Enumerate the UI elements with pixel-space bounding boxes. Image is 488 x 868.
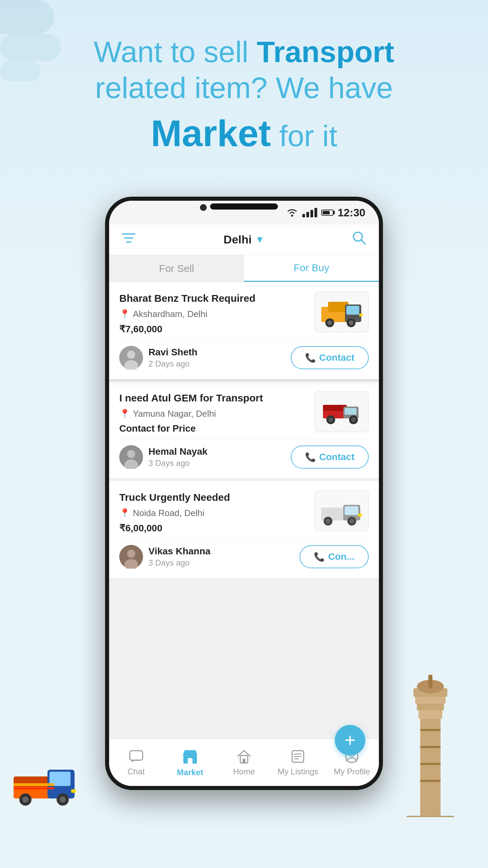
listing-price-2: Contact for Price: [119, 423, 308, 434]
chat-icon: [128, 749, 144, 764]
listing-info-2: I need Atul GEM for Transport 📍 Yamuna N…: [119, 391, 314, 434]
nav-market[interactable]: Market: [163, 748, 217, 777]
svg-rect-68: [428, 675, 432, 688]
svg-point-58: [60, 796, 66, 803]
tab-for-sell-label: For Sell: [159, 263, 194, 274]
seller-name-3: Vikas Khanna: [148, 546, 210, 557]
dropdown-arrow-icon: ▼: [255, 234, 265, 245]
listing-footer-1: Ravi Sheth 2 Days ago 📞 Contact: [119, 340, 369, 370]
contact-button-3[interactable]: 📞 Con...: [300, 545, 369, 568]
status-time: 12:30: [338, 206, 365, 219]
nav-market-label: Market: [177, 768, 203, 777]
svg-rect-36: [358, 514, 362, 516]
listing-image-3: [314, 491, 369, 531]
truck-image-3: [318, 494, 365, 528]
listing-location-text-3: Noida Road, Delhi: [133, 508, 204, 518]
svg-rect-14: [359, 314, 363, 316]
svg-rect-60: [14, 783, 54, 786]
truck-image-1: [318, 295, 365, 329]
tab-for-buy-label: For Buy: [293, 262, 329, 274]
phone-camera: [200, 204, 207, 211]
phone-mockup: 12:30 Delhi ▼: [105, 197, 383, 790]
listing-location-text-1: Akshardham, Delhi: [133, 309, 207, 319]
delhi-monument: [393, 648, 468, 817]
nav-my-listings[interactable]: My Listings: [271, 749, 325, 776]
seller-name-2: Hemal Nayak: [148, 446, 207, 457]
svg-point-38: [127, 550, 135, 558]
truck-image-2: [318, 395, 365, 429]
svg-rect-70: [420, 746, 441, 748]
wifi-icon: [286, 208, 298, 217]
svg-rect-59: [71, 789, 76, 793]
listings-container: Bharat Benz Truck Required 📍 Akshardham,…: [109, 282, 379, 786]
hero-for-it: for it: [279, 119, 337, 153]
svg-rect-73: [407, 816, 454, 817]
seller-avatar-2: [119, 445, 143, 469]
app-screen: 12:30 Delhi ▼: [109, 201, 379, 786]
nav-home-label: Home: [233, 767, 255, 776]
listing-footer-3: Vikas Khanna 3 Days ago 📞 Con...: [119, 539, 369, 569]
contact-label-3: Con...: [328, 551, 354, 562]
svg-rect-72: [420, 780, 441, 782]
seller-details-2: Hemal Nayak 3 Days ago: [148, 446, 207, 468]
location-selector[interactable]: Delhi ▼: [224, 233, 265, 246]
svg-rect-31: [345, 506, 358, 515]
svg-rect-19: [323, 405, 347, 411]
svg-point-25: [351, 417, 356, 422]
listing-info-3: Truck Urgently Needed 📍 Noida Road, Delh…: [119, 491, 314, 534]
app-header: Delhi ▼: [109, 224, 379, 255]
listing-info-1: Bharat Benz Truck Required 📍 Akshardham,…: [119, 292, 314, 335]
location-name: Delhi: [224, 233, 252, 246]
hero-line1: Want to sell Transport: [20, 34, 468, 70]
svg-point-23: [328, 417, 333, 422]
nav-chat[interactable]: Chat: [109, 749, 163, 776]
svg-point-56: [22, 796, 28, 803]
listings-icon: [290, 749, 306, 764]
svg-point-35: [349, 519, 354, 524]
svg-rect-44: [243, 759, 245, 763]
phone-icon-2: 📞: [305, 452, 316, 462]
battery-fill: [323, 211, 330, 214]
tab-for-sell[interactable]: For Sell: [109, 255, 244, 282]
tab-for-buy[interactable]: For Buy: [244, 255, 379, 282]
listing-image-1: [314, 292, 369, 332]
listing-location-3: 📍 Noida Road, Delhi: [119, 508, 308, 518]
svg-rect-21: [345, 408, 357, 415]
contact-button-1[interactable]: 📞 Contact: [291, 346, 369, 369]
tabs-bar: For Sell For Buy: [109, 255, 379, 282]
seller-avatar-1: [119, 346, 143, 370]
svg-rect-42: [188, 758, 192, 764]
seller-details-3: Vikas Khanna 3 Days ago: [148, 546, 210, 568]
phone-screen-area: 12:30 Delhi ▼: [109, 201, 379, 786]
fab-plus-icon: +: [345, 731, 356, 750]
hero-bold-transport: Transport: [257, 35, 394, 68]
listing-location-2: 📍 Yamuna Nagar, Delhi: [119, 409, 308, 419]
hero-line2: related item? We have: [20, 70, 468, 106]
location-pin-icon-2: 📍: [119, 409, 130, 419]
seller-time-2: 3 Days ago: [148, 458, 207, 468]
listing-title-1: Bharat Benz Truck Required: [119, 292, 308, 305]
listing-price-3: ₹6,00,000: [119, 522, 308, 534]
search-button[interactable]: [352, 231, 367, 249]
svg-rect-40: [130, 751, 143, 760]
listing-top-2: I need Atul GEM for Transport 📍 Yamuna N…: [119, 391, 369, 434]
svg-line-5: [361, 240, 365, 244]
listing-card-3: Truck Urgently Needed 📍 Noida Road, Delh…: [109, 481, 379, 578]
location-pin-icon-3: 📍: [119, 508, 130, 518]
filter-icon[interactable]: [121, 231, 136, 248]
seller-time-3: 3 Days ago: [148, 558, 210, 568]
contact-button-2[interactable]: 📞 Contact: [291, 446, 369, 469]
hero-line3: Market for it: [20, 109, 468, 157]
svg-point-33: [326, 519, 330, 524]
contact-label-1: Contact: [319, 352, 354, 363]
battery-icon: [321, 210, 333, 216]
phone-notch: [210, 203, 278, 210]
fab-add-button[interactable]: +: [335, 725, 365, 755]
market-icon: [182, 748, 199, 765]
hero-text-line1: Want to sell: [94, 35, 248, 68]
nav-profile-label: My Profile: [334, 767, 370, 776]
seller-time-1: 2 Days ago: [148, 359, 198, 369]
listing-top-1: Bharat Benz Truck Required 📍 Akshardham,…: [119, 292, 369, 335]
listing-title-3: Truck Urgently Needed: [119, 491, 308, 504]
nav-home[interactable]: Home: [217, 749, 271, 776]
